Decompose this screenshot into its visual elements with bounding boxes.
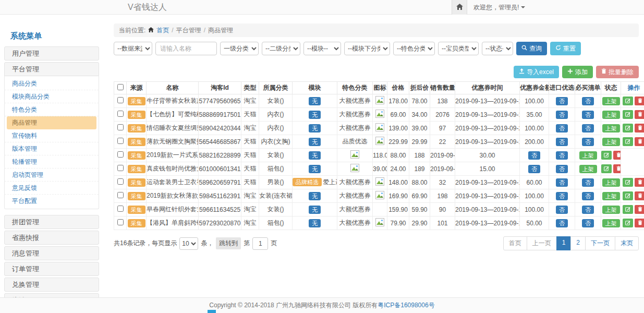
home-button[interactable] [452, 0, 467, 15]
sidebar-item-message-management[interactable]: 消息管理 [4, 246, 99, 260]
jump-button[interactable]: 跳转到 [216, 237, 241, 249]
must-buy-badge[interactable]: 否 [582, 138, 594, 146]
filter-select-module[interactable]: --模块-- [303, 42, 341, 55]
module-badge[interactable]: 品牌精选 [293, 178, 322, 186]
sidebar-item-order-management[interactable]: 订单管理 [4, 262, 99, 276]
filter-select-category-l2[interactable]: --二级分类-- [262, 42, 300, 55]
edit-button[interactable] [623, 191, 633, 200]
status-badge[interactable]: 上架 [602, 219, 620, 227]
sidebar-item-platform-management[interactable]: 平台管理 [4, 62, 99, 76]
edit-button[interactable] [623, 205, 633, 214]
edit-button[interactable] [601, 151, 612, 160]
status-badge[interactable]: 上架 [579, 151, 597, 160]
delete-button[interactable] [613, 151, 621, 160]
status-badge[interactable]: 上架 [602, 192, 620, 200]
user-menu[interactable]: 欢迎您，管理员! [467, 0, 531, 15]
source-badge[interactable]: 采集 [128, 111, 145, 119]
delete-button[interactable] [635, 137, 644, 146]
pager-prev[interactable]: 上一页 [527, 236, 557, 250]
filter-select-item-type[interactable]: --宝贝类型-- [438, 42, 479, 55]
source-badge[interactable]: 采集 [128, 206, 145, 214]
submenu-item-featured-category[interactable]: 特色分类 [5, 103, 99, 116]
source-badge[interactable]: 采集 [128, 178, 145, 187]
delete-button[interactable] [635, 219, 644, 227]
pager-next[interactable]: 下一页 [585, 236, 615, 250]
edit-button[interactable] [623, 178, 633, 187]
must-buy-badge[interactable]: 否 [582, 97, 594, 105]
reset-button[interactable]: 重置 [550, 42, 581, 55]
import-select-badge[interactable]: 否 [556, 138, 568, 146]
icp-link[interactable]: 粤ICP备16098006号 [378, 301, 434, 310]
edit-button[interactable] [623, 97, 633, 105]
submenu-item-platform-config[interactable]: 平台配置 [5, 195, 99, 208]
pager-first[interactable]: 首页 [503, 236, 527, 250]
submenu-item-promo-materials[interactable]: 宣传物料 [5, 129, 99, 142]
module-badge[interactable]: 无 [309, 138, 321, 146]
batch-delete-button[interactable]: 批量删除 [596, 66, 639, 78]
submenu-item-carousel-management[interactable]: 轮播管理 [5, 155, 99, 168]
must-buy-badge[interactable]: 否 [556, 165, 568, 173]
edit-button[interactable] [601, 164, 612, 173]
row-checkbox[interactable] [117, 97, 124, 103]
status-badge[interactable]: 上架 [602, 138, 620, 146]
status-badge[interactable]: 上架 [602, 124, 620, 133]
source-badge[interactable]: 采集 [128, 97, 145, 105]
delete-button[interactable] [635, 191, 644, 200]
filter-select-data-source[interactable]: --数据来源-- [114, 42, 152, 55]
row-checkbox[interactable] [117, 178, 124, 185]
edit-button[interactable] [623, 124, 633, 133]
row-checkbox[interactable] [117, 124, 124, 130]
row-checkbox[interactable] [117, 192, 124, 198]
status-badge[interactable]: 上架 [602, 111, 620, 119]
submenu-item-version-management[interactable]: 版本管理 [5, 142, 99, 155]
search-button[interactable]: 查询 [516, 42, 547, 55]
delete-button[interactable] [613, 164, 621, 173]
sidebar-item-savings-express[interactable]: 省惠快报 [4, 231, 99, 245]
delete-button[interactable] [635, 205, 644, 214]
row-checkbox[interactable] [117, 219, 124, 225]
status-badge[interactable]: 上架 [602, 97, 620, 105]
must-buy-badge[interactable]: 否 [582, 124, 594, 133]
select-all-checkbox[interactable] [117, 84, 124, 90]
row-checkbox[interactable] [117, 138, 124, 144]
sidebar-item-user-management[interactable]: 用户管理 [4, 46, 99, 61]
source-badge[interactable]: 采集 [128, 138, 145, 146]
source-badge[interactable]: 采集 [128, 124, 145, 133]
module-badge[interactable]: 无 [309, 151, 321, 160]
module-badge[interactable]: 无 [309, 97, 321, 105]
import-select-badge[interactable]: 否 [556, 206, 568, 214]
must-buy-badge[interactable]: 否 [582, 219, 594, 227]
row-checkbox[interactable] [117, 111, 124, 117]
delete-button[interactable] [635, 124, 644, 133]
pager-page-1[interactable]: 1 [556, 236, 572, 250]
sidebar-item-exchange-management[interactable]: 兑换管理 [4, 278, 99, 292]
row-checkbox[interactable] [117, 165, 124, 171]
import-select-badge[interactable]: 否 [556, 192, 568, 200]
submenu-item-goods-category[interactable]: 商品分类 [5, 77, 99, 90]
page-jump-input[interactable] [252, 237, 268, 250]
must-buy-badge[interactable]: 否 [582, 206, 594, 214]
submenu-item-feedback[interactable]: 意见反馈 [5, 182, 99, 195]
row-checkbox[interactable] [117, 206, 124, 212]
per-page-select[interactable]: 10 [179, 237, 198, 250]
module-badge[interactable]: 无 [309, 219, 321, 227]
must-buy-badge[interactable]: 否 [556, 151, 568, 160]
source-badge[interactable]: 采集 [128, 151, 145, 160]
row-checkbox[interactable] [117, 151, 124, 158]
module-badge[interactable]: 无 [309, 165, 321, 173]
submenu-item-module-goods-category[interactable]: 模块商品分类 [5, 90, 99, 103]
filter-name-input[interactable] [155, 42, 217, 55]
filter-select-module-sub[interactable]: --模块下分类-- [344, 42, 390, 55]
must-buy-badge[interactable]: 否 [582, 192, 594, 200]
import-select-badge[interactable]: 否 [556, 124, 568, 133]
import-select-badge[interactable]: 否 [556, 111, 568, 119]
breadcrumb-home-link[interactable]: 首页 [156, 23, 169, 37]
status-badge[interactable]: 上架 [579, 165, 597, 173]
filter-select-category-l1[interactable]: 一级分类 [220, 42, 259, 55]
module-badge[interactable]: 无 [309, 206, 321, 214]
sidebar-item-groupbuy-management[interactable]: 拼团管理 [4, 215, 99, 229]
import-excel-button[interactable]: 导入excel [514, 66, 559, 78]
module-badge[interactable]: 无 [309, 124, 321, 133]
edit-button[interactable] [623, 137, 633, 146]
delete-button[interactable] [635, 110, 644, 119]
